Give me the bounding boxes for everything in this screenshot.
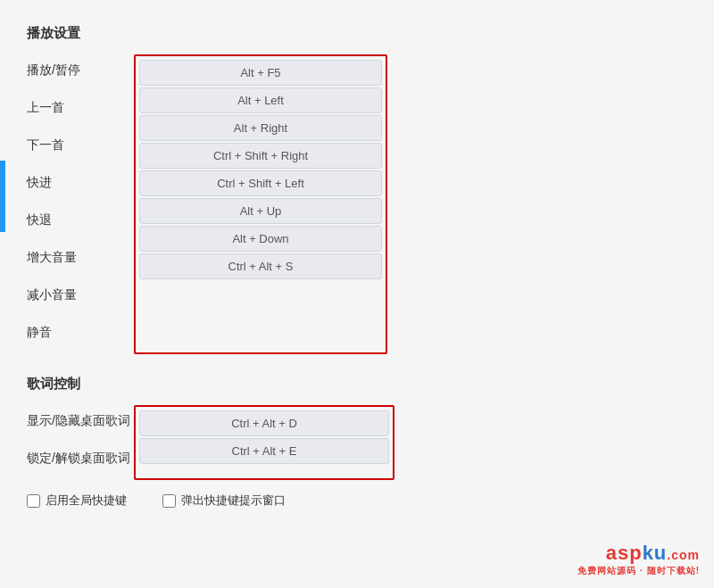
label-row-vol-dn: 减小音量 bbox=[27, 279, 134, 311]
key-show-lyrics[interactable]: Ctrl + Alt + D bbox=[139, 410, 389, 436]
label-vol-up: 增大音量 bbox=[27, 250, 134, 266]
page-container: 播放设置 播放/暂停 上一首 下一首 快进 快退 bbox=[0, 0, 714, 588]
label-row-ff: 快进 bbox=[27, 167, 134, 199]
label-play: 播放/暂停 bbox=[27, 62, 134, 79]
lyrics-keys-box: Ctrl + Alt + D Ctrl + Alt + E bbox=[134, 405, 394, 480]
bottom-row: 启用全局快捷键 弹出快捷键提示窗口 bbox=[27, 493, 678, 509]
labels-column: 播放/暂停 上一首 下一首 快进 快退 增大音量 减小音量 bbox=[27, 54, 134, 354]
watermark-tagline: 免费网站源码 · 随时下载站! bbox=[577, 565, 700, 577]
label-prev: 上一首 bbox=[27, 100, 134, 116]
label-row-prev: 上一首 bbox=[27, 92, 134, 124]
label-vol-dn: 减小音量 bbox=[27, 287, 134, 303]
enable-global-shortcut-item[interactable]: 启用全局快捷键 bbox=[27, 493, 127, 509]
label-lock-lyrics: 锁定/解锁桌面歌词 bbox=[27, 451, 134, 467]
watermark-name: asp bbox=[606, 542, 643, 565]
enable-global-shortcut-checkbox[interactable] bbox=[27, 494, 40, 508]
key-prev[interactable]: Alt + Left bbox=[139, 87, 382, 113]
shortcut-layout: 播放/暂停 上一首 下一首 快进 快退 增大音量 减小音量 bbox=[27, 54, 678, 354]
watermark: asp ku .com 免费网站源码 · 随时下载站! bbox=[577, 542, 700, 577]
left-accent-bar bbox=[0, 161, 5, 232]
label-next: 下一首 bbox=[27, 137, 134, 153]
shortcut-keys-box: Alt + F5 Alt + Left Alt + Right Ctrl + S… bbox=[134, 54, 387, 354]
section-gap bbox=[27, 354, 678, 369]
label-mute: 静音 bbox=[27, 325, 134, 341]
label-row-rw: 快退 bbox=[27, 204, 134, 236]
label-row-show-lyrics: 显示/隐藏桌面歌词 bbox=[27, 405, 134, 437]
popup-tip-item[interactable]: 弹出快捷键提示窗口 bbox=[162, 493, 286, 509]
key-play[interactable]: Alt + F5 bbox=[139, 60, 382, 86]
watermark-com: .com bbox=[667, 548, 700, 562]
enable-global-shortcut-label: 启用全局快捷键 bbox=[46, 493, 127, 509]
lyrics-section-title: 歌词控制 bbox=[27, 376, 678, 393]
key-vol-dn[interactable]: Alt + Down bbox=[139, 226, 382, 252]
key-next[interactable]: Alt + Right bbox=[139, 115, 382, 141]
label-row-next: 下一首 bbox=[27, 129, 134, 161]
popup-tip-checkbox[interactable] bbox=[162, 494, 176, 508]
label-row-lock-lyrics: 锁定/解锁桌面歌词 bbox=[27, 443, 134, 475]
label-row-play: 播放/暂停 bbox=[27, 54, 134, 87]
key-ff[interactable]: Ctrl + Shift + Right bbox=[139, 143, 382, 169]
key-lock-lyrics[interactable]: Ctrl + Alt + E bbox=[139, 438, 389, 464]
popup-tip-label: 弹出快捷键提示窗口 bbox=[181, 493, 286, 509]
key-vol-up[interactable]: Alt + Up bbox=[139, 198, 382, 224]
lyrics-labels-column: 显示/隐藏桌面歌词 锁定/解锁桌面歌词 bbox=[27, 405, 134, 480]
label-row-mute: 静音 bbox=[27, 317, 134, 349]
watermark-ku: ku bbox=[643, 542, 668, 565]
label-show-lyrics: 显示/隐藏桌面歌词 bbox=[27, 413, 134, 429]
key-rw[interactable]: Ctrl + Shift + Left bbox=[139, 170, 382, 196]
playback-section-title: 播放设置 bbox=[27, 25, 678, 42]
label-rw: 快退 bbox=[27, 212, 134, 228]
label-ff: 快进 bbox=[27, 175, 134, 191]
main-content: 播放设置 播放/暂停 上一首 下一首 快进 快退 bbox=[0, 0, 714, 588]
key-mute[interactable]: Ctrl + Alt + S bbox=[139, 253, 382, 279]
lyrics-layout: 显示/隐藏桌面歌词 锁定/解锁桌面歌词 Ctrl + Alt + D Ctrl … bbox=[27, 405, 678, 480]
label-row-vol-up: 增大音量 bbox=[27, 242, 134, 274]
watermark-logo: asp ku .com bbox=[606, 542, 700, 565]
